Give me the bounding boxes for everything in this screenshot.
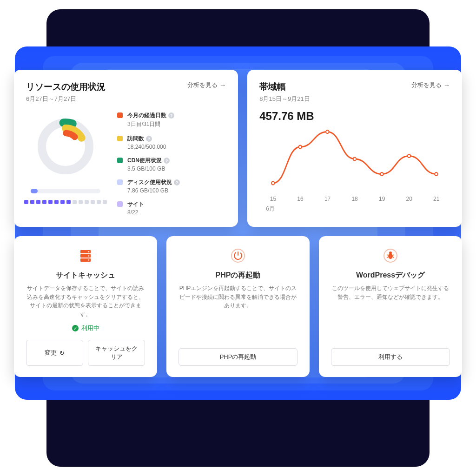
svg-point-14	[88, 251, 90, 252]
metric-label: 訪問数?	[127, 135, 166, 143]
help-icon[interactable]: ?	[164, 158, 170, 164]
arrow-right-icon: →	[219, 81, 226, 89]
metric-swatch	[117, 136, 123, 141]
analytics-link-label: 分析を見る	[411, 81, 442, 89]
php-restart-label: PHPの再起動	[220, 353, 257, 361]
metric-label: 今月の経過日数?	[127, 112, 174, 119]
metric-swatch	[117, 179, 123, 185]
x-tick: 16	[297, 196, 303, 202]
x-tick: 18	[351, 196, 357, 202]
metric-label: ディスク使用状況?	[127, 178, 180, 186]
arrow-right-icon: →	[443, 81, 450, 89]
svg-point-16	[88, 259, 90, 261]
x-tick: 17	[324, 196, 331, 202]
debug-desc: このツールを使用してウェブサイトに発生する警告、エラー、通知などが確認できます。	[331, 284, 450, 341]
usage-metric: ディスク使用状況?7.86 GB/100 GB	[117, 178, 226, 194]
x-tick: 21	[433, 196, 439, 202]
debug-enable-button[interactable]: 利用する	[331, 348, 450, 366]
svg-point-6	[326, 130, 329, 133]
php-title: PHPの再起動	[178, 271, 298, 280]
x-tick: 20	[406, 196, 412, 202]
metric-value: 3.5 GB/100 GB	[127, 165, 170, 172]
cache-desc: サイトデータを保存することで、サイトの読み込みを高速化するキャッシュをクリアする…	[26, 284, 145, 318]
metric-value: 18,240/500,000	[127, 144, 166, 150]
svg-point-10	[435, 172, 438, 176]
svg-point-4	[271, 182, 275, 185]
svg-point-3	[52, 133, 79, 160]
help-icon[interactable]: ?	[168, 112, 174, 119]
analytics-link[interactable]: 分析を見る →	[187, 81, 226, 89]
resource-usage-card: リソースの使用状況 6月27日～7月27日 分析を見る →	[14, 70, 238, 227]
cache-status-label: 利用中	[81, 324, 99, 332]
usage-metrics-list: 今月の経過日数?3日目/31日間訪問数?18,240/500,000CDN使用状…	[117, 112, 226, 216]
metric-label: CDN使用状況?	[127, 157, 170, 165]
usage-metric: CDN使用状況?3.5 GB/100 GB	[117, 157, 226, 172]
usage-donut-chart	[31, 112, 100, 181]
bandwidth-analytics-link[interactable]: 分析を見る →	[411, 81, 450, 89]
bandwidth-month-label: 6月	[266, 205, 450, 213]
help-icon[interactable]: ?	[174, 179, 180, 185]
svg-line-23	[387, 255, 388, 255]
metric-value: 3日目/31日間	[127, 120, 174, 128]
resource-usage-title: リソースの使用状況	[26, 81, 106, 93]
usage-metric: 訪問数?18,240/500,000	[117, 135, 226, 150]
svg-point-5	[299, 145, 302, 149]
site-cache-card: サイトキャッシュ サイトデータを保存することで、サイトの読み込みを高速化するキャ…	[14, 236, 157, 377]
help-icon[interactable]: ?	[146, 136, 152, 142]
sites-usage-dots	[24, 200, 107, 204]
cache-change-label: 変更	[45, 349, 57, 357]
wp-debug-card: WordPressデバッグ このツールを使用してウェブサイトに発生する警告、エラ…	[319, 236, 462, 377]
bandwidth-line-chart	[259, 126, 450, 192]
server-icon	[77, 247, 94, 264]
svg-point-15	[88, 255, 90, 257]
bandwidth-daterange: 8月15日～9月21日	[259, 95, 310, 103]
bandwidth-value: 457.76 MB	[259, 110, 450, 123]
php-restart-card: PHPの再起動 PHPエンジンを再起動することで、サイトのスピードや接続に関わる…	[166, 236, 310, 377]
svg-point-8	[380, 172, 383, 176]
power-icon	[230, 247, 246, 264]
debug-enable-label: 利用する	[378, 353, 403, 361]
bug-icon	[382, 247, 399, 264]
metric-swatch	[117, 201, 123, 207]
cache-status: ✓ 利用中	[26, 324, 145, 332]
usage-metric: 今月の経過日数?3日目/31日間	[117, 112, 226, 128]
bandwidth-x-ticks: 15161718192021	[259, 196, 450, 202]
php-restart-button[interactable]: PHPの再起動	[178, 348, 298, 366]
metric-value: 8/22	[127, 209, 144, 216]
cache-title: サイトキャッシュ	[26, 271, 145, 280]
resource-usage-daterange: 6月27日～7月27日	[26, 95, 106, 103]
svg-point-7	[353, 158, 357, 161]
bandwidth-card: 帯域幅 8月15日～9月21日 分析を見る → 457.76 MB 151617…	[247, 70, 462, 227]
disk-usage-bar	[31, 189, 100, 193]
usage-metric: サイト8/22	[117, 200, 226, 216]
cache-clear-label: キャッシュをクリア	[93, 344, 140, 361]
x-tick: 15	[270, 196, 276, 202]
cache-clear-button[interactable]: キャッシュをクリア	[88, 340, 145, 366]
svg-line-26	[393, 257, 394, 258]
debug-title: WordPressデバッグ	[331, 271, 450, 280]
metric-swatch	[117, 112, 123, 118]
metric-value: 7.86 GB/100 GB	[127, 187, 180, 194]
check-icon: ✓	[72, 325, 79, 331]
refresh-icon: ↻	[60, 350, 65, 357]
x-tick: 19	[379, 196, 385, 202]
svg-line-24	[393, 255, 394, 255]
metric-swatch	[117, 158, 123, 163]
analytics-link-label: 分析を見る	[187, 81, 218, 89]
svg-point-22	[389, 251, 392, 254]
svg-line-25	[387, 257, 388, 258]
php-desc: PHPエンジンを再起動することで、サイトのスピードや接続に関わる異常を解消できる…	[178, 284, 298, 341]
bandwidth-title: 帯域幅	[259, 81, 310, 93]
metric-label: サイト	[127, 200, 144, 208]
svg-point-9	[408, 154, 411, 158]
cache-change-button[interactable]: 変更 ↻	[26, 340, 83, 366]
